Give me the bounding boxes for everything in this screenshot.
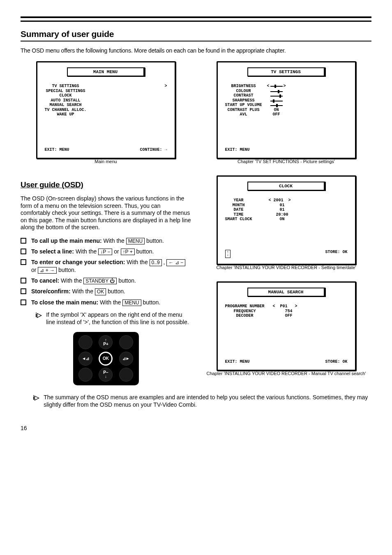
checkbox-icon bbox=[21, 249, 26, 254]
instruction-item: To close the main menu: With the MENU bu… bbox=[21, 299, 191, 306]
screen-main-menu: MAIN MENU TV SETTINGS SPECIAL SETTINGS C… bbox=[21, 61, 191, 164]
screen-manual-search: MANUAL SEARCH PROGRAMME NUMBER FREQUENCY… bbox=[201, 281, 371, 376]
updown-icon: ↑↓ bbox=[225, 250, 231, 258]
screen-title: MANUAL SEARCH bbox=[247, 288, 325, 297]
footer-store: STORE: OK bbox=[325, 359, 347, 364]
remote-down-button: P− ↓ bbox=[99, 368, 113, 382]
page-number: 16 bbox=[21, 425, 371, 431]
cursor-right-icon: > bbox=[284, 84, 286, 89]
screen-title: TV SETTINGS bbox=[247, 67, 325, 76]
screen-title: MAIN MENU bbox=[67, 67, 145, 76]
page-title: Summary of user guide bbox=[21, 29, 371, 39]
checkbox-icon bbox=[21, 278, 26, 283]
info-icon: i▷ bbox=[35, 311, 42, 326]
screen-tv-settings: TV SETTINGS BRIGHTNESS COLOUR CONTRAST S… bbox=[201, 61, 371, 164]
footer-note-text: The summary of the OSD menus are example… bbox=[44, 394, 371, 408]
caption: Main menu bbox=[21, 159, 191, 164]
instruction-item: Store/confirm: With the OK button. bbox=[21, 288, 191, 295]
value: OFF bbox=[267, 112, 286, 117]
checkbox-icon bbox=[21, 238, 26, 244]
caption: Chapter 'TV SET FUNCTIONS - Picture sett… bbox=[201, 159, 371, 164]
instruction-list: To call up the main menu: With the MENU … bbox=[21, 237, 191, 306]
footer-continue: CONTINUE: → bbox=[140, 147, 167, 152]
footer-exit: EXIT: MENU bbox=[225, 147, 250, 152]
info-icon: i▷ bbox=[33, 394, 39, 408]
footer-exit: EXIT: MENU bbox=[45, 147, 69, 152]
remote-right-button: ⊿► bbox=[119, 352, 133, 366]
user-guide-heading: User guide (OSD) bbox=[21, 180, 191, 189]
remote-ok-button: OK bbox=[99, 352, 113, 366]
remote-up-button: ↑ P+ bbox=[99, 335, 113, 349]
footer-exit: EXIT: MENU bbox=[225, 359, 250, 364]
instruction-item: To cancel: With the STANDBY ⏻ button. bbox=[21, 277, 191, 284]
checkbox-icon bbox=[21, 259, 26, 265]
remote-left-button: ◄⊿ bbox=[78, 352, 92, 366]
screen-clock: CLOCK YEAR MONTH DATE TIME SMART CLOCK <… bbox=[201, 175, 371, 270]
checkbox-icon bbox=[21, 288, 26, 294]
screen-title: CLOCK bbox=[247, 182, 325, 191]
instruction-item: To enter or change your selection: With … bbox=[21, 258, 191, 274]
osd-paragraph: The OSD (On-screen display) shows the va… bbox=[21, 195, 191, 231]
checkbox-icon bbox=[21, 299, 26, 305]
remote-control-image: ↑ P+ ◄⊿ OK ⊿► P− ↓ bbox=[73, 332, 139, 385]
instruction-item: To call up the main menu: With the MENU … bbox=[21, 237, 191, 244]
instruction-item: To select a line: With the ↓P − or ↑P + … bbox=[21, 248, 191, 255]
value: ON bbox=[267, 108, 286, 113]
caption: Chapter 'INSTALLING YOUR VIDEO RECORDER … bbox=[201, 265, 371, 270]
note-text: If the symbol 'X' appears on the right e… bbox=[46, 311, 191, 326]
cursor-icon: > bbox=[164, 84, 167, 117]
caption: Chapter 'INSTALLING YOUR VIDEO RECORDER … bbox=[201, 371, 371, 376]
footer-store: STORE: OK bbox=[325, 250, 347, 258]
cursor-left-icon: < bbox=[267, 84, 270, 89]
menu-items: TV SETTINGS SPECIAL SETTINGS CLOCK AUTO … bbox=[45, 84, 87, 117]
intro-text: The OSD menu offers the following functi… bbox=[21, 47, 371, 54]
